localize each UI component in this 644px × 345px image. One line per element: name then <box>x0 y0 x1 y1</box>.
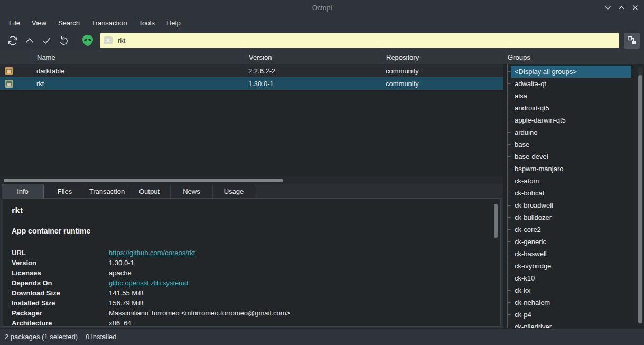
group-item[interactable]: <Display all groups> <box>511 66 631 78</box>
tab-output[interactable]: Output <box>128 184 171 198</box>
maximize-button[interactable] <box>618 4 625 11</box>
group-item[interactable]: ck-nehalem <box>511 296 631 309</box>
group-item[interactable]: bspwm-manjaro <box>511 163 631 175</box>
info-field-value: Massimiliano Torromeo <mtorromeo.torrome… <box>109 308 290 318</box>
tab-usage[interactable]: Usage <box>213 184 255 198</box>
group-item[interactable]: base <box>511 138 631 151</box>
groups-header: Groups <box>503 50 644 64</box>
menubar: FileViewSearchTransactionToolsHelp <box>0 15 644 31</box>
group-item[interactable]: apple-darwin-qt5 <box>511 114 631 126</box>
group-item[interactable]: ck-p4 <box>511 309 631 321</box>
package-description: App container runtime <box>12 227 492 235</box>
dependency-link[interactable]: zlib <box>151 279 161 287</box>
group-item[interactable]: ck-bobcat <box>511 187 631 199</box>
group-item[interactable]: ck-generic <box>511 236 631 248</box>
check-icon <box>41 35 52 46</box>
alien-icon <box>82 34 94 46</box>
table-row[interactable]: darktable2:2.6.2-2community <box>0 64 503 77</box>
info-row: Installed Size156.79 MiB <box>12 298 492 308</box>
group-item[interactable]: ck-kx <box>511 284 631 296</box>
tab-files[interactable]: Files <box>44 184 86 198</box>
info-row: PackagerMassimiliano Torromeo <mtorromeo… <box>12 308 492 318</box>
info-field-value: glibc openssl zlib systemd <box>109 278 188 288</box>
minimize-button[interactable] <box>604 4 611 11</box>
group-item[interactable]: adwaita-qt <box>511 78 631 90</box>
chevron-down-icon <box>604 5 611 10</box>
group-item[interactable]: ck-k10 <box>511 272 631 284</box>
group-item[interactable]: android-qt5 <box>511 102 631 114</box>
system-upgrade-button[interactable] <box>21 33 38 49</box>
tab-transaction[interactable]: Transaction <box>86 184 128 198</box>
package-status-cell <box>0 67 33 75</box>
horizontal-scrollbar-thumb[interactable] <box>4 179 283 182</box>
table-rows: darktable2:2.6.2-2communityrkt1.30.0-1co… <box>0 64 503 90</box>
commit-transaction-button[interactable] <box>38 33 55 49</box>
dependency-link[interactable]: glibc <box>109 279 123 287</box>
octopi-alien-icon <box>80 33 96 48</box>
package-table: Name Version Repository darktable2:2.6.2… <box>0 50 503 176</box>
window-controls <box>604 0 639 15</box>
package-icon-fill <box>7 70 11 73</box>
url-link[interactable]: https://github.com/coreos/rkt <box>109 249 195 257</box>
package-name-cell: rkt <box>33 80 245 88</box>
info-row: Version1.30.0-1 <box>12 258 492 268</box>
info-row: Download Size141.55 MiB <box>12 288 492 298</box>
menu-help[interactable]: Help <box>161 16 186 30</box>
group-item[interactable]: ck-haswell <box>511 248 631 260</box>
info-row: Architecturex86_64 <box>12 318 492 327</box>
close-button[interactable] <box>631 4 639 11</box>
search-input[interactable] <box>118 36 223 44</box>
left-column: Name Version Repository darktable2:2.6.2… <box>0 50 503 328</box>
info-field-value: https://github.com/coreos/rkt <box>109 248 195 258</box>
menu-search[interactable]: Search <box>52 16 86 30</box>
info-panel: rkt App container runtime URLhttps://git… <box>3 198 501 327</box>
dependency-link[interactable]: openssl <box>125 279 148 287</box>
dependency-link[interactable]: systemd <box>163 279 188 287</box>
column-header-name[interactable]: Name <box>33 50 245 64</box>
clear-search-icon[interactable]: ✕ <box>104 36 113 44</box>
group-item[interactable]: ck-core2 <box>511 223 631 236</box>
package-status-cell <box>0 80 33 88</box>
groups-scrollbar-track[interactable] <box>638 67 643 324</box>
package-icon <box>5 80 13 88</box>
info-field-label: Depends On <box>12 278 109 288</box>
info-scrollbar-thumb[interactable] <box>494 204 498 238</box>
horizontal-scrollbar-track[interactable] <box>0 176 503 184</box>
group-item[interactable]: alsa <box>511 90 631 102</box>
menu-tools[interactable]: Tools <box>133 16 161 30</box>
tab-info[interactable]: Info <box>2 184 44 198</box>
menu-view[interactable]: View <box>26 16 52 30</box>
table-row[interactable]: rkt1.30.0-1community <box>0 77 503 90</box>
group-item[interactable]: ck-ivybridge <box>511 260 631 272</box>
group-item[interactable]: arduino <box>511 126 631 138</box>
groups-list: <Display all groups>adwaita-qtalsaandroi… <box>503 64 644 328</box>
tab-news[interactable]: News <box>171 184 213 198</box>
info-field-value: 141.55 MiB <box>109 288 144 298</box>
undo-icon <box>58 35 69 46</box>
main-area: Name Version Repository darktable2:2.6.2… <box>0 50 644 328</box>
group-item[interactable]: ck-broadwell <box>511 199 631 211</box>
info-field-label: URL <box>12 248 109 258</box>
sync-database-button[interactable] <box>4 33 21 49</box>
info-row: Depends Onglibc openssl zlib systemd <box>12 278 492 288</box>
package-name-cell: darktable <box>33 67 245 75</box>
group-item[interactable]: ck-piledriver <box>511 321 631 328</box>
package-icon <box>5 67 13 75</box>
toolbar-separator <box>76 34 76 48</box>
search-box[interactable]: ✕ <box>100 33 619 48</box>
group-item[interactable]: ck-atom <box>511 175 631 187</box>
package-repository-cell: community <box>382 80 503 88</box>
group-item[interactable]: ck-bulldozer <box>511 211 631 223</box>
titlebar: Octopi <box>0 0 644 15</box>
toggle-groups-view-button[interactable] <box>624 33 640 49</box>
statusbar: 2 packages (1 selected) 0 installed <box>0 328 644 345</box>
column-header-version[interactable]: Version <box>245 50 382 64</box>
info-field-label: Installed Size <box>12 298 109 308</box>
menu-file[interactable]: File <box>3 16 26 30</box>
column-header-repository[interactable]: Repository <box>382 50 503 64</box>
rollback-transaction-button[interactable] <box>55 33 72 49</box>
group-item[interactable]: base-devel <box>511 151 631 163</box>
menu-transaction[interactable]: Transaction <box>86 16 133 30</box>
groups-scrollbar-thumb[interactable] <box>638 75 642 323</box>
column-header-icon[interactable] <box>0 50 33 64</box>
